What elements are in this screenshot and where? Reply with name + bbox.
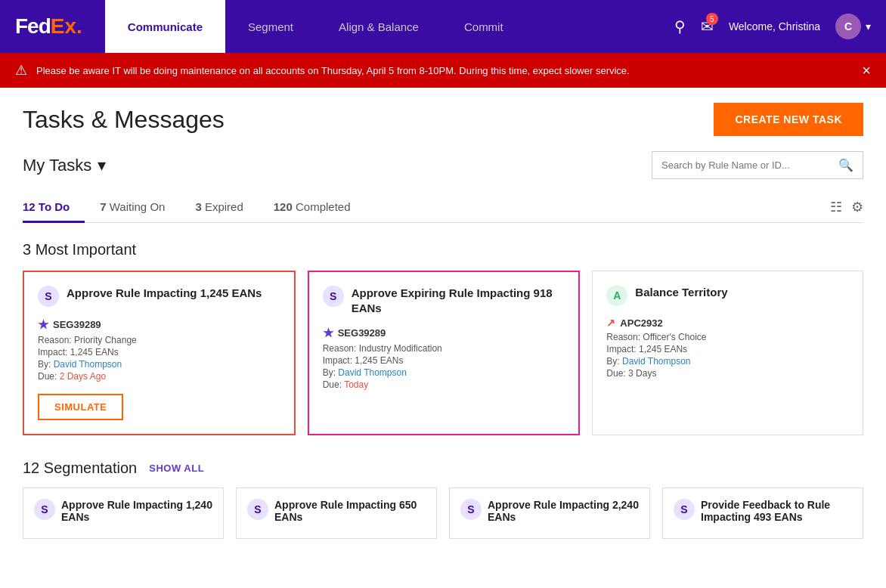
tab-waiting-count: 7	[100, 200, 106, 213]
task-card-1: S Approve Expiring Rule Impacting 918 EA…	[308, 271, 581, 435]
my-tasks-title[interactable]: My Tasks ▾	[23, 156, 106, 175]
seg-card-header-2: S Approve Rule Impacting 2,240 EANs	[460, 499, 639, 523]
filter-button[interactable]: ☷	[830, 199, 842, 215]
card-type-badge-0: S	[38, 286, 59, 307]
seg-card-badge-3: S	[674, 499, 695, 520]
search-button[interactable]: ⚲	[674, 17, 686, 36]
navbar: FedEx. Communicate Segment Align & Balan…	[0, 0, 886, 53]
card-impact-2: Impact: 1,245 EANs	[606, 344, 849, 354]
nav-align-balance[interactable]: Align & Balance	[316, 0, 441, 53]
most-important-title: 3 Most Important	[23, 241, 863, 258]
task-card-2: A Balance Territory ↗ APC2932 Reason: Of…	[592, 271, 863, 435]
card-rule-id-2: ↗ APC2932	[606, 317, 849, 329]
logo-fed: Fed	[15, 14, 51, 39]
search-box: 🔍	[652, 151, 863, 179]
card-due-1: Due: Today	[323, 379, 565, 390]
seg-card-0: S Approve Rule Impacting 1,240 EANs	[23, 487, 224, 539]
most-important-cards: S Approve Rule Impacting 1,245 EANs ★ SE…	[23, 271, 863, 435]
seg-card-badge-0: S	[34, 499, 55, 520]
star-icon-0: ★	[38, 317, 48, 332]
settings-button[interactable]: ⚙	[851, 199, 863, 215]
card-type-badge-2: A	[606, 285, 627, 306]
seg-card-title-1: Approve Rule Impacting 650 EANs	[274, 499, 426, 523]
card-due-2: Due: 3 Days	[606, 368, 849, 379]
card-header-0: S Approve Rule Impacting 1,245 EANs	[38, 286, 280, 307]
create-task-button[interactable]: CREATE NEW TASK	[714, 103, 863, 136]
seg-card-header-3: S Provide Feedback to Rule Impacting 493…	[674, 499, 852, 523]
card-reason-2: Reason: Officer's Choice	[606, 332, 849, 342]
tab-completed[interactable]: 120 Completed	[274, 191, 366, 222]
tab-todo-count: 12	[23, 200, 36, 213]
nav-segment[interactable]: Segment	[225, 0, 316, 53]
card-reason-0: Reason: Priority Change	[38, 335, 280, 345]
segmentation-header: 12 Segmentation SHOW ALL	[23, 460, 863, 477]
my-tasks-label: My Tasks	[23, 156, 91, 175]
search-icon: ⚲	[674, 17, 686, 36]
search-icon: 🔍	[838, 158, 853, 172]
trend-icon-2: ↗	[606, 317, 615, 329]
nav-communicate[interactable]: Communicate	[105, 0, 225, 53]
tabs-left: 12 To Do 7 Waiting On 3 Expired 120 Comp…	[23, 191, 830, 222]
card-type-badge-1: S	[323, 286, 344, 307]
card-impact-1: Impact: 1,245 EANs	[323, 355, 565, 366]
my-tasks-chevron-icon: ▾	[98, 156, 106, 175]
welcome-text: Welcome, Christina	[729, 20, 820, 32]
page-header: Tasks & Messages CREATE NEW TASK	[23, 103, 863, 136]
mail-badge: 5	[706, 13, 718, 25]
tab-expired-label-text: Expired	[205, 200, 243, 213]
card-by-link-0[interactable]: David Thompson	[54, 359, 122, 370]
task-card-0: S Approve Rule Impacting 1,245 EANs ★ SE…	[23, 271, 296, 435]
seg-card-title-0: Approve Rule Impacting 1,240 EANs	[61, 499, 212, 523]
tab-waiting[interactable]: 7 Waiting On	[100, 191, 180, 222]
seg-card-badge-1: S	[247, 499, 268, 520]
simulate-button-0[interactable]: SIMULATE	[38, 394, 123, 420]
nav-links: Communicate Segment Align & Balance Comm…	[105, 0, 674, 53]
mail-button[interactable]: ✉ 5	[701, 17, 714, 36]
card-by-1: By: David Thompson	[323, 367, 565, 378]
card-by-0: By: David Thompson	[38, 359, 280, 370]
card-header-1: S Approve Expiring Rule Impacting 918 EA…	[323, 286, 565, 315]
logo: FedEx.	[15, 14, 82, 39]
card-title-0: Approve Rule Impacting 1,245 EANs	[67, 286, 262, 301]
avatar-button[interactable]: C ▾	[835, 14, 871, 39]
seg-card-2: S Approve Rule Impacting 2,240 EANs	[449, 487, 650, 539]
segmentation-title: 12 Segmentation	[23, 460, 137, 477]
card-title-1: Approve Expiring Rule Impacting 918 EANs	[352, 286, 565, 315]
card-due-value-0: 2 Days Ago	[60, 371, 106, 382]
tab-expired-count: 3	[195, 200, 201, 213]
seg-card-header-0: S Approve Rule Impacting 1,240 EANs	[34, 499, 212, 523]
show-all-link[interactable]: SHOW ALL	[149, 463, 204, 474]
logo-dot: .	[76, 14, 82, 39]
search-input[interactable]	[661, 159, 838, 171]
logo-ex: Ex	[51, 14, 76, 39]
tab-expired[interactable]: 3 Expired	[195, 191, 258, 222]
seg-card-badge-2: S	[460, 499, 482, 520]
card-by-link-2[interactable]: David Thompson	[622, 356, 691, 367]
main-content: Tasks & Messages CREATE NEW TASK My Task…	[0, 88, 886, 588]
card-header-2: A Balance Territory	[606, 285, 849, 306]
tabs-right: ☷ ⚙	[830, 199, 863, 215]
alert-close-button[interactable]: ×	[862, 63, 871, 78]
tab-waiting-label-text: Waiting On	[110, 200, 166, 213]
seg-card-title-3: Provide Feedback to Rule Impacting 493 E…	[701, 499, 852, 523]
tab-todo[interactable]: 12 To Do	[23, 191, 85, 222]
card-rule-id-0: ★ SEG39289	[38, 317, 280, 332]
card-rule-id-1: ★ SEG39289	[323, 326, 565, 340]
page-title: Tasks & Messages	[23, 106, 225, 134]
tab-completed-label-text: Completed	[296, 200, 351, 213]
card-due-0: Due: 2 Days Ago	[38, 371, 280, 382]
card-impact-0: Impact: 1,245 EANs	[38, 347, 280, 357]
nav-commit[interactable]: Commit	[441, 0, 526, 53]
tab-todo-label-text: To Do	[39, 200, 70, 213]
card-due-value-1: Today	[344, 379, 368, 390]
tabs-row: 12 To Do 7 Waiting On 3 Expired 120 Comp…	[23, 191, 863, 223]
seg-card-title-2: Approve Rule Impacting 2,240 EANs	[488, 499, 639, 523]
card-title-2: Balance Territory	[635, 285, 727, 300]
card-reason-1: Reason: Industry Modification	[323, 343, 565, 354]
filter-icon: ☷	[830, 200, 842, 215]
tab-completed-count: 120	[274, 200, 293, 213]
card-due-value-2: 3 Days	[628, 368, 656, 379]
seg-card-3: S Provide Feedback to Rule Impacting 493…	[662, 487, 863, 539]
card-by-link-1[interactable]: David Thompson	[338, 367, 407, 378]
chevron-down-icon: ▾	[866, 20, 871, 32]
